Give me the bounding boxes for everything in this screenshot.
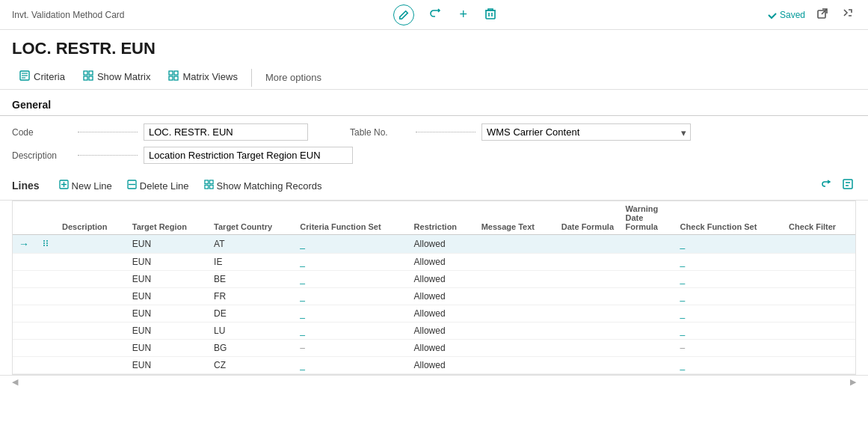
row-date-formula — [555, 357, 620, 374]
table-row[interactable]: EUN LU _ Allowed _ — [13, 323, 855, 340]
row-check-function-set[interactable]: – — [674, 340, 784, 357]
scroll-left-indicator: ◀ — [12, 377, 18, 387]
row-criteria-function-set[interactable]: _ — [294, 305, 407, 323]
svg-rect-19 — [204, 180, 208, 184]
row-message-text — [475, 323, 555, 340]
row-restriction: Allowed — [408, 305, 475, 323]
row-message-text — [475, 357, 555, 374]
row-arrow-cell — [13, 288, 35, 305]
open-in-new-button[interactable] — [814, 7, 831, 23]
delete-button[interactable] — [482, 6, 499, 24]
row-check-filter — [783, 323, 855, 340]
table-row[interactable]: EUN CZ _ Allowed _ — [13, 357, 855, 374]
new-line-button[interactable]: New Line — [55, 178, 117, 193]
lines-share-button[interactable] — [817, 177, 834, 194]
table-body: → EUN AT _ Allowed _ E — [13, 235, 855, 374]
row-check-function-set[interactable]: _ — [674, 323, 784, 340]
row-drag-cell[interactable] — [35, 271, 56, 288]
table-row[interactable]: EUN DE _ Allowed _ — [13, 305, 855, 323]
top-bar-actions: + — [393, 4, 499, 25]
row-check-function-set[interactable]: _ — [674, 357, 784, 374]
row-check-function-set[interactable]: _ — [674, 271, 784, 288]
lines-table: Description Target Region Target Country… — [13, 201, 855, 374]
lines-expand-button[interactable] — [840, 177, 856, 194]
row-check-filter — [783, 288, 855, 305]
row-check-function-set[interactable]: _ — [674, 235, 784, 254]
show-matching-icon — [204, 180, 214, 192]
row-check-function-set[interactable]: _ — [674, 254, 784, 271]
row-arrow-cell — [13, 323, 35, 340]
row-arrow-cell: → — [13, 235, 35, 254]
row-drag-cell[interactable] — [35, 254, 56, 271]
row-check-function-set[interactable]: _ — [674, 288, 784, 305]
show-matching-button[interactable]: Show Matching Records — [200, 178, 327, 193]
table-row[interactable]: EUN BG – Allowed – — [13, 340, 855, 357]
row-target-region: EUN — [126, 271, 208, 288]
row-drag-cell[interactable] — [35, 235, 56, 254]
action-bar: Criteria Show Matrix Matrix Views More o… — [0, 63, 868, 90]
svg-rect-21 — [204, 185, 208, 189]
row-criteria-function-set[interactable]: _ — [294, 323, 407, 340]
matrix-views-icon — [168, 70, 179, 83]
row-restriction: Allowed — [408, 323, 475, 340]
criteria-button[interactable]: Criteria — [12, 66, 73, 89]
row-drag-cell[interactable] — [35, 323, 56, 340]
row-check-filter — [783, 254, 855, 271]
row-criteria-function-set[interactable]: _ — [294, 235, 407, 254]
row-drag-cell[interactable] — [35, 305, 56, 323]
row-message-text — [475, 288, 555, 305]
row-drag-cell[interactable] — [35, 357, 56, 374]
svg-rect-23 — [843, 180, 852, 189]
row-restriction: Allowed — [408, 271, 475, 288]
row-drag-cell[interactable] — [35, 288, 56, 305]
table-row[interactable]: EUN BE _ Allowed _ — [13, 271, 855, 288]
description-input[interactable] — [144, 147, 353, 164]
svg-rect-10 — [169, 71, 173, 75]
row-criteria-function-set[interactable]: – — [294, 340, 407, 357]
show-matrix-button[interactable]: Show Matrix — [76, 66, 158, 89]
row-criteria-function-set[interactable]: _ — [294, 357, 407, 374]
row-warning-date-formula — [620, 305, 674, 323]
row-date-formula — [555, 288, 620, 305]
add-button[interactable]: + — [456, 5, 470, 24]
col-arrow — [13, 201, 35, 235]
svg-rect-11 — [174, 71, 178, 75]
row-target-region: EUN — [126, 235, 208, 254]
row-target-region: EUN — [126, 305, 208, 323]
col-message-text: Message Text — [475, 201, 555, 235]
table-row[interactable]: → EUN AT _ Allowed _ — [13, 235, 855, 254]
table-no-select[interactable]: WMS Carrier Content — [481, 123, 691, 141]
row-criteria-function-set[interactable]: _ — [294, 254, 407, 271]
row-arrow-cell — [13, 357, 35, 374]
row-criteria-function-set[interactable]: _ — [294, 271, 407, 288]
row-date-formula — [555, 271, 620, 288]
lines-right-actions — [817, 177, 856, 194]
table-row[interactable]: EUN FR _ Allowed _ — [13, 288, 855, 305]
share-button[interactable] — [426, 6, 444, 24]
more-options-button[interactable]: More options — [258, 67, 329, 88]
row-target-country: FR — [208, 288, 294, 305]
col-target-region: Target Region — [126, 201, 208, 235]
row-drag-cell[interactable] — [35, 340, 56, 357]
edit-button[interactable] — [393, 4, 414, 25]
matrix-views-button[interactable]: Matrix Views — [161, 66, 244, 89]
row-check-function-set[interactable]: _ — [674, 305, 784, 323]
svg-point-25 — [46, 240, 48, 242]
row-target-country: BG — [208, 340, 294, 357]
svg-rect-12 — [169, 76, 173, 80]
row-warning-date-formula — [620, 254, 674, 271]
row-description — [56, 305, 126, 323]
collapse-button[interactable] — [840, 7, 856, 23]
row-description — [56, 254, 126, 271]
row-message-text — [475, 254, 555, 271]
code-input[interactable] — [144, 123, 308, 141]
row-criteria-function-set[interactable]: _ — [294, 288, 407, 305]
delete-line-icon — [127, 180, 137, 192]
row-message-text — [475, 305, 555, 323]
table-row[interactable]: EUN IE _ Allowed _ — [13, 254, 855, 271]
row-date-formula — [555, 235, 620, 254]
row-warning-date-formula — [620, 340, 674, 357]
delete-line-button[interactable]: Delete Line — [123, 178, 194, 193]
lines-table-wrapper[interactable]: Description Target Region Target Country… — [12, 201, 856, 375]
row-arrow-cell — [13, 305, 35, 323]
